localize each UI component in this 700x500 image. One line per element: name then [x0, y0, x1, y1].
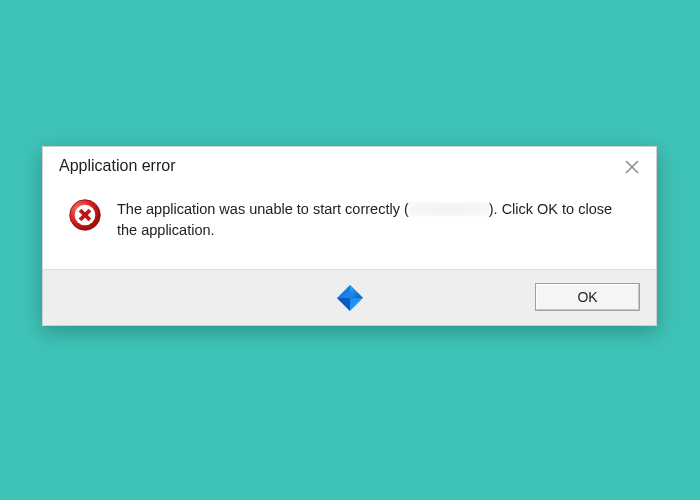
- dialog-footer: OK: [43, 269, 656, 325]
- dialog-content: The application was unable to start corr…: [43, 181, 656, 269]
- error-dialog: Application error: [42, 146, 657, 326]
- error-icon: [67, 197, 103, 233]
- app-logo-icon: [335, 283, 365, 313]
- close-icon: [625, 160, 639, 174]
- titlebar: Application error: [43, 147, 656, 181]
- error-message: The application was unable to start corr…: [117, 195, 632, 241]
- svg-marker-8: [337, 298, 350, 311]
- close-button[interactable]: [618, 155, 646, 179]
- message-text-before: The application was unable to start corr…: [117, 201, 409, 217]
- ok-button[interactable]: OK: [535, 283, 640, 311]
- redacted-code: [409, 202, 489, 216]
- svg-marker-7: [350, 285, 363, 298]
- dialog-title: Application error: [59, 157, 640, 175]
